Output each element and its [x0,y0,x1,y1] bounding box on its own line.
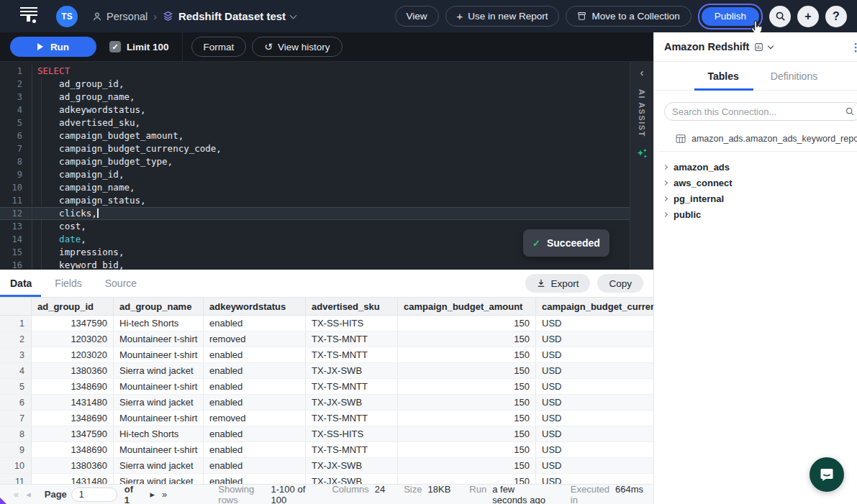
table-cell[interactable]: 150 [398,347,536,362]
row-number[interactable]: 9 [0,442,32,457]
chevron-down-icon[interactable] [290,12,297,19]
code-line[interactable]: 4 adkeywordstatus, [0,104,630,116]
last-page-button[interactable]: » [158,489,171,500]
table-cell[interactable]: removed [204,411,306,426]
table-cell[interactable]: Mountaineer t-shirt [114,347,204,362]
next-page-button[interactable]: ▸ [147,489,159,500]
breadcrumb-workspace[interactable]: Personal [92,11,148,22]
table-cell[interactable]: 150 [398,474,536,484]
sidebar-menu-button[interactable]: ⋮ [851,42,857,52]
row-number[interactable]: 4 [0,363,32,378]
row-number[interactable]: 7 [0,411,32,426]
table-cell[interactable]: TX-JX-SWB [306,458,398,473]
table-cell[interactable]: Hi-tech Shorts [114,426,204,441]
schema-item-aws_connect[interactable]: aws_connect [654,175,857,191]
table-cell[interactable]: TX-TS-MNTT [306,331,398,347]
table-cell[interactable]: TX-TS-MNTT [306,379,398,394]
table-row[interactable]: 41380360Sierra wind jacketenabledTX-JX-S… [0,363,653,379]
table-row[interactable]: 91348690Mountaineer t-shirtenabledTX-TS-… [0,442,653,458]
table-cell[interactable]: USD [536,379,653,394]
column-header[interactable]: campaign_budget_amount [398,298,536,315]
table-cell[interactable]: 150 [398,458,536,473]
tab-tables[interactable]: Tables [708,70,739,82]
table-row[interactable]: 21203020Mountaineer t-shirtremovedTX-TS-… [0,331,653,347]
code-line[interactable]: 12 clicks, [0,207,630,220]
row-number[interactable]: 5 [0,379,32,394]
column-header[interactable]: adkeywordstatus [204,298,306,315]
table-cell[interactable]: 1347590 [32,316,114,331]
sql-editor[interactable]: 1SELECT2 ad_group_id,3 ad_group_name,4 a… [0,61,653,270]
table-cell[interactable]: 1431480 [32,395,114,410]
table-cell[interactable]: USD [536,411,653,426]
table-cell[interactable]: USD [536,458,653,473]
table-cell[interactable]: enabled [204,458,306,473]
table-cell[interactable]: 150 [398,395,536,410]
row-number[interactable]: 8 [0,426,32,441]
table-cell[interactable]: enabled [204,442,306,457]
code-line[interactable]: 8 campaign_budget_type, [0,155,630,168]
table-cell[interactable]: TX-SS-HITS [306,426,398,441]
copy-button[interactable]: Copy [597,274,643,293]
connection-search-input[interactable] [672,106,839,117]
table-cell[interactable]: USD [536,363,653,378]
table-cell[interactable]: USD [536,426,653,441]
row-number[interactable]: 1 [0,316,32,331]
table-row[interactable]: 51348690Mountaineer t-shirtenabledTX-TS-… [0,379,653,395]
table-cell[interactable]: TX-TS-MNTT [306,442,398,457]
code-line[interactable]: 11 campaign_status, [0,194,630,207]
run-button[interactable]: Run [10,37,96,57]
use-in-new-report-button[interactable]: + Use in new Report [445,6,560,27]
table-cell[interactable]: 150 [398,411,536,426]
table-cell[interactable]: 150 [398,331,536,347]
code-line[interactable]: 1SELECT [0,65,630,78]
table-row[interactable]: 71348690Mountaineer t-shirtremovedTX-TS-… [0,411,653,426]
table-cell[interactable]: Mountaineer t-shirt [114,331,204,347]
table-cell[interactable]: 150 [398,363,536,378]
column-header[interactable]: advertised_sku [306,298,398,315]
search-button[interactable] [769,6,791,27]
connection-selector[interactable]: Amazon Redshift [664,41,773,52]
table-cell[interactable]: 150 [398,442,536,457]
code-line[interactable]: 5 advertised_sku, [0,116,630,129]
table-cell[interactable]: Mountaineer t-shirt [114,411,204,426]
schema-item-pg_internal[interactable]: pg_internal [654,191,857,206]
recent-table-item[interactable]: amazon_ads.amazon_ads_keyword_report [654,128,857,151]
row-number[interactable]: 10 [0,458,32,473]
schema-item-amazon_ads[interactable]: amazon_ads [654,159,857,175]
sparkle-icon[interactable] [636,147,648,160]
table-cell[interactable]: 1203020 [32,331,114,347]
table-cell[interactable]: 1380360 [32,363,114,378]
table-cell[interactable]: enabled [204,316,306,331]
format-button[interactable]: Format [191,37,247,57]
table-cell[interactable]: Sierra wind jacket [114,363,204,378]
table-cell[interactable]: TX-SS-HITS [306,316,398,331]
collapse-panel-icon[interactable]: ‹ [640,68,644,78]
table-cell[interactable]: 150 [398,426,536,441]
column-header[interactable]: ad_group_id [32,298,114,315]
table-cell[interactable]: Mountaineer t-shirt [114,442,204,457]
table-row[interactable]: 111431480Sierra wind jacketenabledTX-JX-… [0,474,653,484]
create-new-button[interactable]: + [797,6,819,27]
table-cell[interactable]: TX-TS-MNTT [306,347,398,362]
app-logo-icon[interactable] [19,6,40,27]
table-cell[interactable]: TX-TS-MNTT [306,411,398,426]
table-cell[interactable]: 1348690 [32,411,114,426]
table-row[interactable]: 31203020Mountaineer t-shirtenabledTX-TS-… [0,347,653,363]
tab-fields[interactable]: Fields [55,278,81,289]
prev-page-button[interactable]: ◂ [22,489,35,500]
code-line[interactable]: 7 campaign_budget_currency_code, [0,142,630,155]
row-number[interactable]: 2 [0,331,32,347]
limit-checkbox[interactable]: ✓ [109,41,121,52]
table-cell[interactable]: Mountaineer t-shirt [114,379,204,394]
avatar[interactable]: TS [56,6,78,27]
table-cell[interactable]: Sierra wind jacket [114,474,204,484]
table-cell[interactable]: enabled [204,347,306,362]
table-cell[interactable]: removed [204,331,306,347]
table-cell[interactable]: TX-JX-SWB [306,474,398,484]
move-to-collection-button[interactable]: Move to a Collection [566,6,691,27]
table-cell[interactable]: 1431480 [32,474,114,484]
code-line[interactable]: 3 ad_group_name, [0,91,630,104]
tab-source[interactable]: Source [105,278,137,289]
table-row[interactable]: 11347590Hi-tech ShortsenabledTX-SS-HITS1… [0,316,653,331]
table-row[interactable]: 61431480Sierra wind jacketenabledTX-JX-S… [0,395,653,411]
